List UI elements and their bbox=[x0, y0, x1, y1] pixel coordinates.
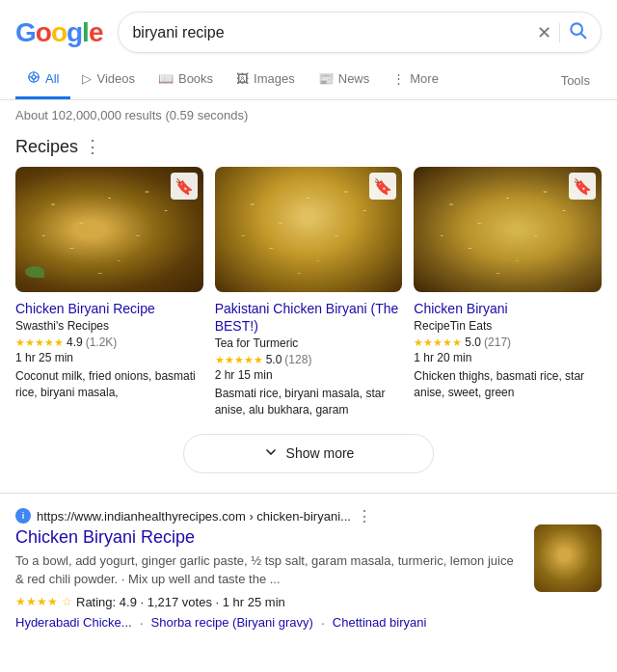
show-more-container: Show more bbox=[0, 418, 617, 489]
tab-images[interactable]: 🖼 Images bbox=[225, 62, 307, 98]
bookmark-icon-2[interactable]: 🔖 bbox=[369, 173, 396, 200]
recipe-ingredients-2: Basmati rice, biryani masala, star anise… bbox=[215, 386, 403, 418]
web-result-content: i https://www.indianhealthyrecipes.com ›… bbox=[15, 507, 523, 631]
tab-all[interactable]: All bbox=[15, 61, 70, 99]
tab-more[interactable]: ⋮ More bbox=[381, 62, 450, 98]
recipes-header: Recipes ⋮ bbox=[0, 130, 617, 167]
nav-tabs: All ▷ Videos 📖 Books 🖼 Images 📰 News ⋮ M… bbox=[0, 61, 617, 100]
recipe-source-2: Tea for Turmeric bbox=[215, 336, 403, 350]
result-menu-icon[interactable]: ⋮ bbox=[357, 507, 372, 525]
images-icon: 🖼 bbox=[236, 71, 249, 86]
stars-1: ★★★★★ bbox=[15, 336, 64, 349]
result-stars: ★★★★ bbox=[15, 595, 58, 608]
rating-count-2: (128) bbox=[284, 353, 311, 366]
recipe-source-3: RecipeTin Eats bbox=[414, 319, 602, 333]
link-separator-2: · bbox=[321, 615, 325, 631]
tab-videos-label: Videos bbox=[96, 71, 135, 86]
web-result: i https://www.indianhealthyrecipes.com ›… bbox=[0, 497, 617, 638]
svg-line-1 bbox=[581, 34, 586, 39]
rating-value-1: 4.9 bbox=[67, 336, 83, 349]
tab-news[interactable]: 📰 News bbox=[307, 62, 382, 98]
news-icon: 📰 bbox=[318, 71, 334, 86]
tab-news-label: News bbox=[338, 71, 370, 86]
svg-point-3 bbox=[32, 75, 36, 79]
result-link-2[interactable]: Shorba recipe (Biryani gravy) bbox=[151, 615, 313, 631]
recipe-card-3[interactable]: 🔖 Chicken Biryani RecipeTin Eats ★★★★★ 5… bbox=[408, 167, 602, 418]
search-divider bbox=[559, 23, 560, 42]
recipe-name-1[interactable]: Chicken Biryani Recipe bbox=[15, 300, 203, 317]
recipe-rating-1: ★★★★★ 4.9 (1.2K) bbox=[15, 336, 203, 349]
show-more-button[interactable]: Show more bbox=[183, 434, 434, 473]
search-input[interactable] bbox=[132, 24, 529, 41]
stars-3: ★★★★★ bbox=[414, 336, 462, 349]
recipe-time-1: 1 hr 25 min bbox=[15, 351, 203, 364]
chevron-down-icon bbox=[263, 444, 279, 463]
google-logo: Google bbox=[15, 17, 102, 48]
recipe-name-3[interactable]: Chicken Biryani bbox=[414, 300, 602, 317]
recipes-title: Recipes bbox=[15, 137, 78, 157]
tools-button[interactable]: Tools bbox=[550, 64, 602, 97]
result-snippet: To a bowl, add yogurt, ginger garlic pas… bbox=[15, 551, 523, 589]
result-rating-text: Rating: 4.9 · 1,217 votes · 1 hr 25 min bbox=[76, 595, 285, 609]
url-row: i https://www.indianhealthyrecipes.com ›… bbox=[15, 507, 523, 525]
result-links: Hyderabadi Chicke... · Shorba recipe (Bi… bbox=[15, 615, 523, 631]
clear-icon[interactable]: ✕ bbox=[537, 22, 551, 43]
search-bar[interactable]: ✕ bbox=[118, 12, 602, 53]
stars-2: ★★★★★ bbox=[215, 354, 263, 366]
tab-videos[interactable]: ▷ Videos bbox=[70, 62, 147, 98]
search-icon[interactable] bbox=[568, 20, 587, 44]
recipe-rating-3: ★★★★★ 5.0 (217) bbox=[414, 336, 602, 349]
header: Google ✕ bbox=[0, 0, 617, 61]
result-thumbnail bbox=[534, 524, 602, 592]
recipe-name-2[interactable]: Pakistani Chicken Biryani (The BEST!) bbox=[215, 300, 403, 335]
rating-count-3: (217) bbox=[484, 336, 511, 349]
rating-count-1: (1.2K) bbox=[86, 336, 118, 349]
recipe-source-1: Swasthi's Recipes bbox=[15, 319, 203, 333]
bookmark-icon-3[interactable]: 🔖 bbox=[569, 173, 596, 200]
result-rating-row: ★★★★ ☆ Rating: 4.9 · 1,217 votes · 1 hr … bbox=[15, 595, 523, 609]
recipe-rating-2: ★★★★★ 5.0 (128) bbox=[215, 353, 403, 366]
tab-books[interactable]: 📖 Books bbox=[147, 62, 225, 98]
tab-books-label: Books bbox=[178, 71, 213, 86]
recipe-ingredients-1: Coconut milk, fried onions, basmati rice… bbox=[15, 368, 203, 401]
recipe-image-1: 🔖 bbox=[15, 167, 203, 292]
tab-images-label: Images bbox=[254, 71, 295, 86]
site-favicon: i bbox=[15, 508, 31, 524]
recipe-card-2[interactable]: 🔖 Pakistani Chicken Biryani (The BEST!) … bbox=[209, 167, 409, 418]
recipe-image-2: 🔖 bbox=[215, 167, 403, 292]
more-icon: ⋮ bbox=[392, 71, 405, 86]
recipe-image-3: 🔖 bbox=[414, 167, 602, 292]
recipe-time-3: 1 hr 20 min bbox=[414, 351, 602, 364]
result-title[interactable]: Chicken Biryani Recipe bbox=[15, 527, 523, 548]
all-icon bbox=[27, 70, 40, 87]
tab-more-label: More bbox=[410, 71, 439, 86]
books-icon: 📖 bbox=[158, 71, 174, 86]
recipe-time-2: 2 hr 15 min bbox=[215, 368, 403, 382]
section-divider bbox=[0, 493, 617, 494]
tab-all-label: All bbox=[45, 71, 59, 86]
result-link-3[interactable]: Chettinad biryani bbox=[333, 615, 427, 631]
result-url: https://www.indianhealthyrecipes.com › c… bbox=[37, 509, 351, 524]
recipe-card-1[interactable]: 🔖 Chicken Biryani Recipe Swasthi's Recip… bbox=[15, 167, 209, 418]
videos-icon: ▷ bbox=[82, 71, 92, 86]
recipe-ingredients-3: Chicken thighs, basmati rice, star anise… bbox=[414, 368, 602, 401]
result-link-1[interactable]: Hyderabadi Chicke... bbox=[15, 615, 132, 631]
rating-value-2: 5.0 bbox=[266, 353, 282, 366]
recipes-menu-icon[interactable]: ⋮ bbox=[84, 136, 101, 157]
rating-value-3: 5.0 bbox=[465, 336, 481, 349]
results-count: About 102,000,000 results (0.59 seconds) bbox=[0, 100, 617, 130]
bookmark-icon-1[interactable]: 🔖 bbox=[171, 173, 198, 200]
recipe-cards: 🔖 Chicken Biryani Recipe Swasthi's Recip… bbox=[0, 167, 617, 418]
show-more-label: Show more bbox=[286, 445, 355, 461]
link-separator-1: · bbox=[140, 615, 144, 631]
